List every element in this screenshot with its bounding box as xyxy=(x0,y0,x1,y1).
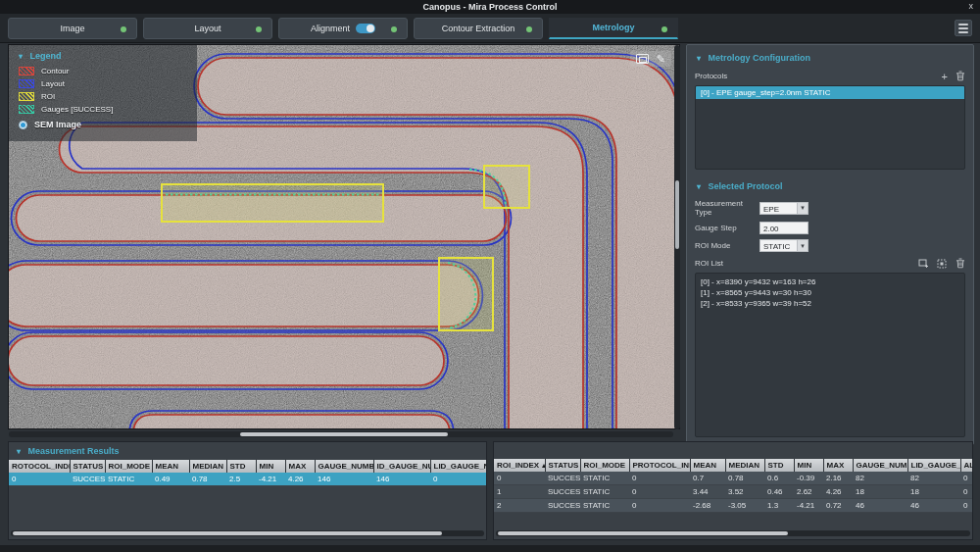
column-header[interactable]: ROI_MODE xyxy=(105,460,152,473)
status-dot xyxy=(391,26,397,32)
tab-alignment[interactable]: Alignment xyxy=(278,18,408,39)
roi-mode-select[interactable]: STATIC ▾ xyxy=(760,239,808,252)
chevron-down-icon: ▾ xyxy=(17,447,21,456)
hscroll-thumb[interactable] xyxy=(498,531,788,535)
column-header[interactable]: MEDIAN xyxy=(725,459,764,472)
column-header[interactable]: MAX xyxy=(823,459,853,472)
roi-results-table: ROI_INDEX▴STATUSROI_MODEPROTOCOL_INDEXME… xyxy=(494,459,972,513)
column-header[interactable]: LID_GAUGE_NUM xyxy=(430,460,486,473)
contour-swatch xyxy=(19,67,34,75)
column-header[interactable]: MIN xyxy=(256,460,285,473)
table-row[interactable]: 0SUCCESSSTATIC0.490.782.5-4.214.26146146… xyxy=(9,473,486,486)
column-header[interactable]: ROTOCOL_INDE- xyxy=(9,460,70,473)
metrology-config-panel: ▾ Metrology Configuration Protocols + [0… xyxy=(686,44,974,445)
column-header[interactable]: GAUGE_NUMBER xyxy=(315,460,373,473)
table-row[interactable]: 0SUCCESSSTATIC00.70.780.6-0.392.1682820 xyxy=(494,472,972,485)
right-table-hscrollbar[interactable] xyxy=(496,530,970,536)
left-table-hscrollbar[interactable] xyxy=(11,530,484,536)
measurement-results-header[interactable]: ▾ Measurement Results xyxy=(17,446,486,456)
window-title: Canopus - Mira Process Control xyxy=(422,2,557,12)
metrology-config-header[interactable]: ▾ Metrology Configuration xyxy=(697,53,965,63)
legend-item-roi: ROI xyxy=(19,92,187,101)
column-header[interactable]: MAX xyxy=(285,460,315,473)
draw-roi-icon[interactable] xyxy=(636,54,649,64)
column-header[interactable]: LID_GAUGE_NUMB xyxy=(907,459,960,472)
column-header[interactable]: STD xyxy=(226,460,256,473)
legend-item-layout: Layout xyxy=(19,79,187,88)
legend-item-gauges: Gauges [SUCCESS] xyxy=(19,105,187,114)
hscroll-thumb[interactable] xyxy=(240,432,448,436)
status-dot xyxy=(526,26,532,32)
tab-bar: Image Layout Alignment Contour Extractio… xyxy=(0,14,980,43)
delete-roi-icon[interactable] xyxy=(956,258,965,269)
status-dot xyxy=(662,26,667,32)
column-header[interactable]: ID_GAUGE_NUMI xyxy=(373,460,430,473)
add-protocol-icon[interactable]: + xyxy=(942,72,948,81)
roi-coord-item[interactable]: [1] - x=8565 y=9443 w=30 h=30 xyxy=(701,287,959,298)
table-row[interactable]: 2SUCCESSSTATIC0-2.68-3.051.3-4.210.72464… xyxy=(494,499,972,513)
column-header[interactable]: STD xyxy=(764,459,794,472)
legend-header[interactable]: ▾ Legend xyxy=(19,51,187,61)
column-header[interactable]: MEAN xyxy=(152,460,189,473)
menu-icon[interactable] xyxy=(955,20,972,36)
alignment-toggle[interactable] xyxy=(356,24,375,33)
sem-image-radio-row[interactable]: SEM Image xyxy=(19,120,187,129)
roi-coord-item[interactable]: [0] - x=8390 y=9432 w=163 h=26 xyxy=(701,276,959,287)
image-vscrollbar[interactable] xyxy=(674,45,680,429)
column-header[interactable]: MIN xyxy=(794,459,823,472)
roi-list-row: ROI List xyxy=(695,258,965,269)
gauge-step-input[interactable]: 2.00 xyxy=(760,222,808,234)
add-roi-icon[interactable] xyxy=(918,259,929,269)
close-icon[interactable]: x xyxy=(969,1,974,11)
measurement-type-select[interactable]: EPE ▾ xyxy=(760,202,808,215)
chevron-down-icon: ▾ xyxy=(19,52,23,61)
radio-icon[interactable] xyxy=(19,121,27,129)
column-header[interactable]: STATUS xyxy=(70,460,105,473)
delete-protocol-icon[interactable] xyxy=(956,71,965,81)
status-dot xyxy=(121,26,126,32)
measurement-results-pane: ▾ Measurement Results ROTOCOL_INDE-STATU… xyxy=(8,441,487,540)
column-header[interactable]: ALID xyxy=(960,459,972,472)
protocol-item[interactable]: [0] - EPE gauge_step=2.0nm STATIC xyxy=(696,86,964,99)
toggle-knob xyxy=(367,25,374,32)
sem-image-viewport[interactable]: ▾ Legend Contour Layout ROI Gauges [SUCC… xyxy=(8,44,680,429)
column-header[interactable]: MEAN xyxy=(690,459,725,472)
roi-rect-1[interactable] xyxy=(484,166,529,208)
protocols-label: Protocols xyxy=(695,72,727,80)
column-header[interactable]: PROTOCOL_INDEX xyxy=(629,459,690,472)
measurement-type-row: Measurement Type EPE ▾ xyxy=(695,199,965,217)
chevron-down-icon: ▾ xyxy=(797,239,808,252)
chevron-down-icon: ▾ xyxy=(697,182,701,191)
vscroll-thumb[interactable] xyxy=(675,180,679,249)
table-row[interactable]: 1SUCCESSSTATIC03.443.520.462.624.2618180 xyxy=(494,485,972,499)
tab-label: Metrology xyxy=(592,23,634,32)
tab-layout[interactable]: Layout xyxy=(143,18,272,39)
tab-contour-extraction[interactable]: Contour Extraction xyxy=(414,18,543,39)
roi-mode-row: ROI Mode STATIC ▾ xyxy=(695,239,965,252)
column-header[interactable]: ROI_INDEX▴ xyxy=(494,459,545,472)
roi-rect-0[interactable] xyxy=(162,184,383,222)
column-header[interactable]: MEDIAN xyxy=(189,460,226,473)
gauges-swatch xyxy=(19,105,34,114)
chevron-down-icon: ▾ xyxy=(797,202,808,215)
legend-item-contour: Contour xyxy=(19,67,187,75)
pick-roi-icon[interactable] xyxy=(937,259,948,269)
tab-metrology[interactable]: Metrology xyxy=(549,18,678,39)
column-header[interactable]: GAUGE_NUMBER xyxy=(853,459,907,472)
tab-image[interactable]: Image xyxy=(8,18,137,39)
column-header[interactable]: STATUS xyxy=(545,459,580,472)
protocol-list: [0] - EPE gauge_step=2.0nm STATIC xyxy=(695,85,965,170)
roi-rect-2[interactable] xyxy=(439,258,493,330)
status-dot xyxy=(256,26,262,32)
hscroll-thumb[interactable] xyxy=(13,531,442,535)
protocols-row: Protocols + xyxy=(695,71,965,81)
tab-label: Alignment xyxy=(311,24,350,33)
window-footer xyxy=(0,545,980,552)
roi-coord-list[interactable]: [0] - x=8390 y=9432 w=163 h=26 [1] - x=8… xyxy=(695,273,965,437)
image-hscrollbar[interactable] xyxy=(9,431,673,437)
protocol-results-table: ROTOCOL_INDE-STATUSROI_MODEMEANMEDIANSTD… xyxy=(9,460,486,486)
roi-coord-item[interactable]: [2] - x=8533 y=9365 w=39 h=52 xyxy=(701,298,959,309)
edit-pencil-icon[interactable]: ✎ xyxy=(657,54,665,64)
selected-protocol-header[interactable]: ▾ Selected Protocol xyxy=(697,181,965,191)
column-header[interactable]: ROI_MODE xyxy=(580,459,629,472)
